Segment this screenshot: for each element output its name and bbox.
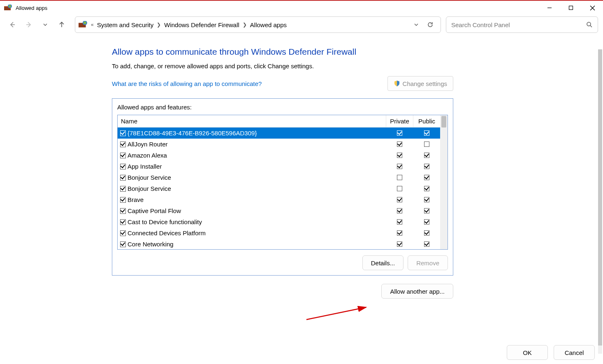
enable-checkbox[interactable]	[120, 141, 126, 147]
page-scrollbar[interactable]	[598, 49, 602, 354]
table-row[interactable]: Bonjour Service	[118, 172, 440, 183]
column-public[interactable]: Public	[413, 115, 440, 127]
enable-checkbox[interactable]	[120, 241, 126, 247]
table-row[interactable]: App Installer	[118, 161, 440, 172]
forward-button[interactable]	[21, 17, 36, 32]
table-row[interactable]: Brave	[118, 194, 440, 205]
app-name: Connected Devices Platform	[128, 230, 386, 236]
search-icon	[586, 21, 593, 28]
svg-line-15	[590, 26, 592, 27]
public-checkbox[interactable]	[424, 153, 429, 158]
public-checkbox[interactable]	[424, 208, 429, 213]
private-checkbox[interactable]	[397, 153, 402, 158]
table-row[interactable]: Amazon Alexa	[118, 150, 440, 161]
page-heading: Allow apps to communicate through Window…	[112, 47, 453, 57]
search-input[interactable]	[451, 21, 586, 28]
breadcrumb-overflow[interactable]: «	[90, 22, 95, 28]
cancel-button[interactable]: Cancel	[554, 345, 595, 360]
private-checkbox[interactable]	[397, 230, 402, 236]
table-row[interactable]: Connected Devices Platform	[118, 227, 440, 239]
column-private[interactable]: Private	[386, 115, 413, 127]
public-checkbox[interactable]	[424, 175, 429, 180]
close-button[interactable]	[582, 1, 603, 15]
navbar: « System and Security ❯ Windows Defender…	[0, 15, 603, 35]
svg-point-3	[9, 5, 11, 7]
group-label: Allowed apps and features:	[117, 104, 448, 111]
titlebar: Allowed apps	[0, 0, 603, 15]
recent-dropdown[interactable]	[38, 17, 53, 32]
table-row[interactable]: AllJoyn Router	[118, 139, 440, 150]
private-checkbox[interactable]	[397, 164, 402, 169]
enable-checkbox[interactable]	[120, 130, 126, 136]
refresh-button[interactable]	[423, 18, 437, 32]
app-name: Bonjour Service	[128, 185, 386, 192]
table-row[interactable]: Bonjour Service	[118, 183, 440, 194]
breadcrumb-system-security[interactable]: System and Security	[95, 21, 156, 28]
table-row[interactable]: Cast to Device functionality	[118, 216, 440, 227]
app-name: Brave	[128, 196, 386, 203]
public-checkbox[interactable]	[424, 197, 429, 202]
change-settings-label: Change settings	[403, 80, 447, 87]
app-name: Bonjour Service	[128, 174, 386, 181]
enable-checkbox[interactable]	[120, 175, 126, 181]
public-checkbox[interactable]	[424, 130, 429, 136]
app-name: {78E1CD88-49E3-476E-B926-580E596AD309}	[128, 130, 386, 137]
remove-button[interactable]: Remove	[408, 255, 448, 270]
content-area: Allow apps to communicate through Window…	[0, 35, 603, 339]
apps-list[interactable]: Name Private Public {78E1CD88-49E3-476E-…	[117, 115, 448, 250]
svg-rect-5	[569, 6, 573, 10]
app-name: App Installer	[128, 163, 386, 170]
chevron-right-icon[interactable]: ❯	[242, 22, 248, 28]
private-checkbox[interactable]	[397, 219, 402, 225]
private-checkbox[interactable]	[397, 175, 402, 180]
search-box[interactable]	[446, 16, 598, 33]
enable-checkbox[interactable]	[120, 219, 126, 225]
enable-checkbox[interactable]	[120, 153, 126, 158]
ok-button[interactable]: OK	[507, 345, 548, 360]
public-checkbox[interactable]	[424, 141, 429, 147]
enable-checkbox[interactable]	[120, 197, 126, 203]
private-checkbox[interactable]	[397, 208, 402, 213]
public-checkbox[interactable]	[424, 219, 429, 225]
enable-checkbox[interactable]	[120, 186, 126, 192]
svg-point-13	[83, 21, 86, 24]
list-scrollbar[interactable]	[440, 115, 448, 249]
enable-checkbox[interactable]	[120, 164, 126, 169]
shield-icon	[394, 80, 400, 87]
list-header: Name Private Public	[118, 115, 440, 128]
private-checkbox[interactable]	[397, 130, 402, 136]
app-name: Core Networking	[128, 241, 386, 248]
allow-another-app-button[interactable]: Allow another app...	[381, 284, 453, 299]
public-checkbox[interactable]	[424, 186, 429, 191]
allowed-apps-group: Allowed apps and features: Name Private …	[112, 98, 453, 276]
app-name: Amazon Alexa	[128, 152, 386, 159]
svg-point-14	[587, 22, 591, 26]
window-title: Allowed apps	[16, 5, 47, 11]
enable-checkbox[interactable]	[120, 230, 126, 236]
public-checkbox[interactable]	[424, 230, 429, 236]
dialog-footer: OK Cancel	[507, 345, 595, 360]
table-row[interactable]: Core Networking	[118, 239, 440, 249]
table-row[interactable]: Captive Portal Flow	[118, 205, 440, 216]
up-button[interactable]	[54, 17, 69, 32]
minimize-button[interactable]	[539, 1, 560, 15]
private-checkbox[interactable]	[397, 186, 402, 191]
column-name[interactable]: Name	[118, 118, 386, 125]
private-checkbox[interactable]	[397, 141, 402, 147]
table-row[interactable]: {78E1CD88-49E3-476E-B926-580E596AD309}	[118, 128, 440, 139]
details-button[interactable]: Details...	[362, 255, 404, 270]
risks-link[interactable]: What are the risks of allowing an app to…	[112, 80, 262, 87]
maximize-button[interactable]	[560, 1, 582, 15]
public-checkbox[interactable]	[424, 164, 429, 169]
address-dropdown[interactable]	[409, 18, 423, 32]
address-bar[interactable]: « System and Security ❯ Windows Defender…	[75, 16, 441, 33]
private-checkbox[interactable]	[397, 197, 402, 202]
enable-checkbox[interactable]	[120, 208, 126, 214]
breadcrumb-allowed-apps[interactable]: Allowed apps	[248, 21, 289, 28]
public-checkbox[interactable]	[424, 241, 429, 247]
private-checkbox[interactable]	[397, 241, 402, 247]
change-settings-button[interactable]: Change settings	[387, 76, 453, 91]
back-button[interactable]	[5, 17, 20, 32]
breadcrumb-firewall[interactable]: Windows Defender Firewall	[162, 21, 242, 28]
chevron-right-icon[interactable]: ❯	[156, 22, 162, 28]
